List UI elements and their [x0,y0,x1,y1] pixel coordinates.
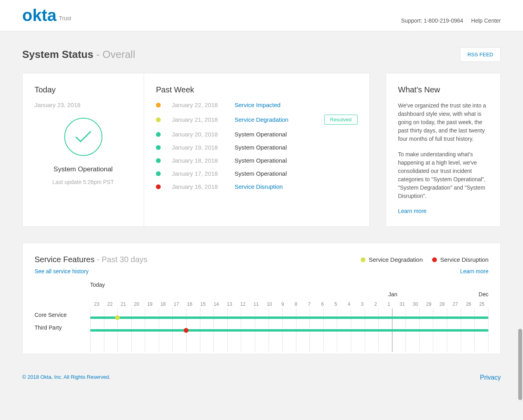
privacy-link[interactable]: Privacy [480,374,501,381]
status-dot-icon [156,132,161,137]
tick-label: 6 [316,301,329,307]
page-title-sub: - Overall [96,48,135,60]
tick-label: 30 [409,301,422,307]
tick-label: 19 [143,301,156,307]
past-day-status: System Operational [235,170,358,177]
timeline-today-label: Today [90,282,105,288]
tick-label: 25 [475,301,488,307]
page-title-main: System Status [22,48,93,60]
whats-new-p2: To make understanding what's happening a… [398,150,488,200]
timeline-area [90,310,488,342]
scrollbar[interactable] [518,329,522,400]
legend-degradation-label: Service Degradation [369,256,423,263]
past-day-row: January 17, 2018System Operational [156,170,358,177]
past-day-status[interactable]: Service Degradation [235,116,313,123]
whats-new-learn-more-link[interactable]: Learn more [398,208,427,214]
timeline-plot: Today Jan Dec 23222120191817161514131211… [90,282,488,342]
status-dot-icon [156,184,161,189]
tick-label: 26 [462,301,475,307]
past-day-date: January 20, 2018 [172,131,223,138]
tick-label: 14 [210,301,223,307]
help-center-link[interactable]: Help Center [471,17,501,24]
resolved-badge: Resolved [324,115,358,125]
whats-new-panel: What's New We've organized the trust sit… [386,73,501,227]
header-links: Support: 1-800-219-0964 Help Center [401,17,501,24]
past-day-row: January 18, 2018System Operational [156,157,358,164]
past-day-row: January 19, 2018System Operational [156,144,358,151]
check-circle-icon [64,118,102,156]
status-dot-icon [156,158,161,163]
tick-label: 16 [183,301,196,307]
tick-label: 17 [170,301,183,307]
tick-label: 5 [329,301,342,307]
logo[interactable]: okta Trust [22,7,71,24]
timeline-bar-third [90,329,488,332]
status-dot-icon [156,171,161,176]
month-label-dec: Dec [479,291,488,297]
features-title-sub: - Past 30 days [97,255,148,264]
tick-label: 23 [90,301,103,307]
dot-yellow-icon [361,257,365,262]
past-day-row: January 20, 2018System Operational [156,131,358,138]
status-dot-icon [156,117,161,122]
past-day-status[interactable]: Service Impacted [235,102,358,108]
title-row: System Status - Overall RSS FEED [22,47,501,62]
tick-label: 29 [422,301,435,307]
past-day-row: January 22, 2018Service Impacted [156,102,358,108]
support-phone: Support: 1-800-219-0964 [401,17,463,24]
features-title: Service Features - Past 30 days [35,255,148,264]
past-day-status: System Operational [235,144,358,151]
tick-label: 27 [449,301,462,307]
tick-label: 8 [289,301,302,307]
legend-disruption: Service Disruption [432,256,488,263]
past-week-heading: Past Week [156,85,358,94]
features-subrow: See all service history Learn more [35,268,488,274]
last-update: Last update 5:26pm PST [35,179,132,185]
past-day-date: January 17, 2018 [172,170,223,177]
timeline-event-marker[interactable] [115,315,120,320]
features-title-main: Service Features [35,255,94,264]
tick-label: 22 [103,301,116,307]
features-learn-more-link[interactable]: Learn more [460,268,488,274]
features-header: Service Features - Past 30 days Service … [35,255,488,264]
today-date: January 23, 2018 [35,102,132,108]
past-day-date: January 22, 2018 [172,102,223,108]
whats-new-p1: We've organized the trust site into a da… [398,102,488,143]
tick-label: 7 [303,301,316,307]
tick-label: 1 [382,301,395,307]
logo-text: okta [22,7,56,24]
page-title: System Status - Overall [22,48,135,61]
tick-label: 10 [263,301,276,307]
past-day-date: January 18, 2018 [172,157,223,164]
past-day-status: System Operational [235,157,358,164]
timeline-event-marker[interactable] [184,328,188,333]
past-day-date: January 19, 2018 [172,144,223,151]
today-status: System Operational [35,165,132,173]
past-day-status: System Operational [235,131,358,138]
service-features-panel: Service Features - Past 30 days Service … [22,243,501,354]
tick-label: 11 [250,301,263,307]
timeline-chart: Core Service Third Party Today Jan Dec 2… [35,282,488,342]
past-day-row: January 21, 2018Service DegradationResol… [156,115,358,125]
rss-feed-button[interactable]: RSS FEED [460,47,501,62]
logo-subtext: Trust [59,15,71,21]
tick-label: 4 [342,301,356,307]
legend-degradation: Service Degradation [361,256,423,263]
past-day-row: January 16, 2018Service Disruption [156,183,358,190]
tick-label: 12 [236,301,249,307]
legend-disruption-label: Service Disruption [440,256,488,263]
tick-label: 9 [276,301,289,307]
past-week-panel: Past Week January 22, 2018Service Impact… [144,73,369,226]
today-panel: Today January 23, 2018 System Operationa… [23,73,144,226]
status-card: Today January 23, 2018 System Operationa… [22,73,370,227]
row-label-third: Third Party [35,324,90,337]
dashboard-grid: Today January 23, 2018 System Operationa… [22,73,501,227]
header: okta Trust Support: 1-800-219-0964 Help … [0,0,523,31]
tick-label: 18 [156,301,169,307]
tick-label: 28 [435,301,448,307]
past-day-date: January 21, 2018 [172,116,223,123]
past-day-date: January 16, 2018 [172,183,223,190]
past-day-status[interactable]: Service Disruption [235,183,358,190]
tick-label: 31 [396,301,409,307]
see-all-history-link[interactable]: See all service history [35,268,88,274]
